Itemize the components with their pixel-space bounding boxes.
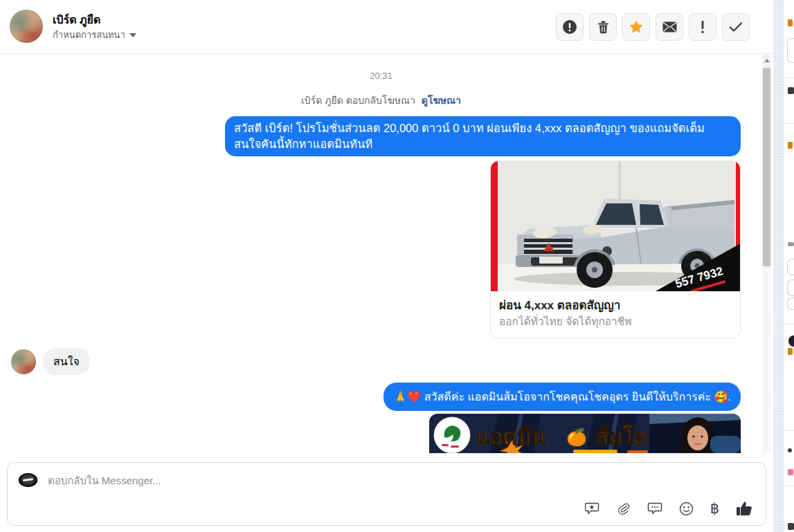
sidebar-fragment <box>788 348 793 355</box>
thumbs-up-icon <box>736 500 753 517</box>
contact-name: เบิร์ด ภูยืด <box>53 11 100 28</box>
sidebar-fragment <box>788 142 793 149</box>
paperclip-icon <box>617 502 631 516</box>
conversation-header: เบิร์ด ภูยืด กำหนดการสนทนา <box>0 0 773 54</box>
report-button[interactable] <box>556 13 584 41</box>
attach-file-button[interactable] <box>617 502 631 516</box>
admin-banner-image[interactable]: แอดมิน 🍊 ส้มโอ <box>429 414 741 453</box>
messenger-inbox-window: เบิร์ด ภูยืด กำหนดการสนทนา <box>0 0 794 532</box>
page-logo-avatar <box>19 473 37 487</box>
page-background-gutter <box>773 0 784 532</box>
ad-context-line: เบิร์ด ภูยืด ตอบกลับโฆษณา ดูโฆษณา <box>0 93 762 108</box>
ad-card-body: ผ่อน 4,xxx ตลอดสัญญา ออกได้ทั่วไทย จัดได… <box>491 291 740 338</box>
sidebar-divider <box>784 486 794 486</box>
payment-button[interactable]: ฿ <box>710 502 719 515</box>
sidebar-fragment <box>788 469 793 475</box>
sidebar-fragment <box>788 336 794 347</box>
reply-input[interactable] <box>48 471 615 489</box>
mark-unread-button[interactable] <box>656 13 683 41</box>
schedule-label: กำหนดการสนทนา <box>53 28 125 42</box>
sidebar-fragment <box>788 448 792 452</box>
composer-toolbar: ฿ <box>585 500 753 517</box>
banner-word-1: แอดมิน <box>476 425 545 449</box>
sticker-button[interactable] <box>585 502 600 515</box>
outgoing-message-promo: สวัสดี เบิร์ด! โปรโมชั่นส่วนลด 20,000 ดา… <box>225 116 741 156</box>
saved-replies-icon <box>647 502 662 515</box>
chevron-down-icon <box>129 33 136 37</box>
sidebar-fragment <box>787 38 794 63</box>
spam-button[interactable] <box>689 13 716 41</box>
outgoing-message-greeting: 🙏❤️ สวัสดีค่ะ แอดมินส้มโอจากโชคคุณโชคอุด… <box>384 383 741 411</box>
mark-done-button[interactable] <box>722 13 750 41</box>
scrollbar-thumb[interactable] <box>763 68 770 266</box>
sidebar-divider <box>784 430 794 431</box>
emoji-icon <box>679 502 694 516</box>
emoji-button[interactable] <box>679 502 694 516</box>
ad-card-title: ผ่อน 4,xxx ตลอดสัญญา <box>499 297 732 314</box>
ad-attachment-card[interactable]: 557 7932 ผ่อน 4,xxx ตลอดสัญญา ออกได้ทั่ว… <box>490 160 741 338</box>
view-ad-link[interactable]: ดูโฆษณา <box>422 95 461 106</box>
incoming-message-row: สนใจ <box>11 348 90 375</box>
baht-icon: ฿ <box>710 502 719 515</box>
timestamp: 20:31 <box>0 71 762 81</box>
orange-emoji: 🍊 <box>566 427 587 447</box>
sidebar-fragment <box>787 279 794 296</box>
banner-word-2: ส้มโอ <box>595 424 647 449</box>
scrollbar-up-arrow-icon <box>764 59 770 62</box>
header-action-bar <box>556 13 750 41</box>
sidebar-fragment <box>787 259 794 275</box>
composer-area: ฿ <box>0 453 773 532</box>
pickup-truck-photo: 557 7932 <box>491 161 741 291</box>
saved-replies-button[interactable] <box>647 502 662 515</box>
sidebar-fragment <box>788 242 794 246</box>
reply-box[interactable]: ฿ <box>7 462 766 526</box>
contact-avatar-small[interactable] <box>11 349 36 374</box>
sticker-icon <box>585 502 600 515</box>
admin-banner-graphic: แอดมิน 🍊 ส้มโอ <box>429 414 741 453</box>
ad-context-text: เบิร์ด ภูยืด ตอบกลับโฆษณา <box>301 95 415 106</box>
scrollbar-up-button[interactable] <box>762 55 771 66</box>
sidebar-fragment <box>788 19 793 26</box>
exclamation-icon <box>700 20 705 34</box>
contact-avatar[interactable] <box>10 10 43 43</box>
chat-scrollbar <box>762 55 771 453</box>
check-icon <box>729 21 743 33</box>
right-sidebar-edge <box>784 0 794 532</box>
sidebar-fragment <box>788 523 794 530</box>
message-thread: 20:31 เบิร์ด ภูยืด ตอบกลับโฆษณา ดูโฆษณา … <box>0 55 762 453</box>
delete-button[interactable] <box>589 13 617 41</box>
report-circle-icon <box>562 19 577 35</box>
star-icon <box>629 19 644 35</box>
like-button[interactable] <box>736 500 753 517</box>
sidebar-fragment <box>788 87 794 94</box>
sidebar-divider <box>784 324 794 324</box>
incoming-message-reply: สนใจ <box>43 348 90 375</box>
sidebar-divider <box>784 123 794 124</box>
star-button[interactable] <box>622 13 650 41</box>
ad-card-subtitle: ออกได้ทั่วไทย จัดได้ทุกอาชีพ <box>499 314 732 329</box>
sidebar-divider <box>784 77 794 78</box>
conversation-schedule-dropdown[interactable]: กำหนดการสนทนา <box>53 28 136 42</box>
trash-icon <box>597 20 610 34</box>
sidebar-fragment <box>787 297 794 310</box>
envelope-icon <box>662 21 677 33</box>
